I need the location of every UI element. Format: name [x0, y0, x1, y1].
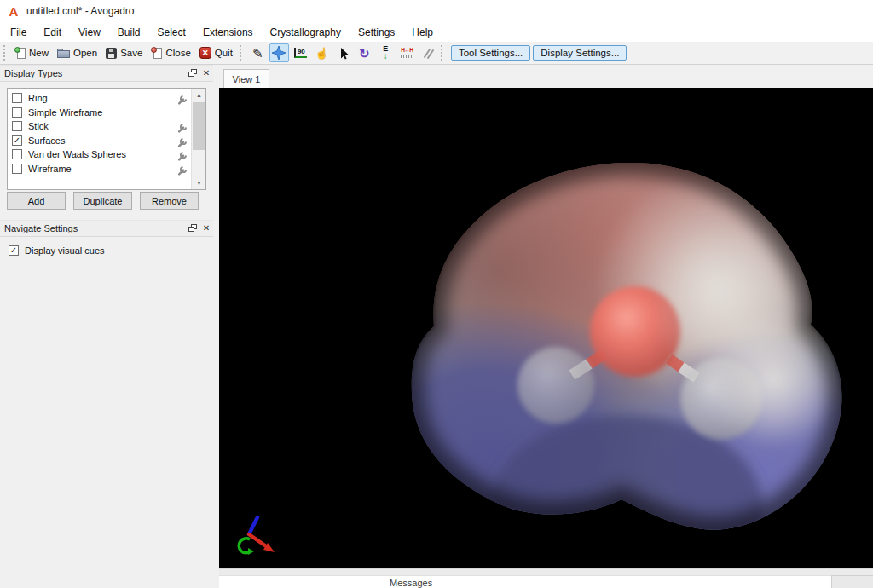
toolbar-grip[interactable] — [240, 45, 244, 61]
rotate-icon: ↻ — [359, 47, 370, 60]
display-visual-cues-row[interactable]: ✓ Display visual cues — [9, 245, 105, 256]
simple-wireframe-checkbox[interactable] — [12, 107, 22, 118]
hydrogen-atom-left — [517, 347, 594, 424]
main-area: View 1 — [219, 65, 873, 588]
navigate-settings-title: Navigate Settings — [4, 223, 78, 233]
wireframe-checkbox[interactable] — [12, 164, 22, 174]
scroll-down-icon[interactable]: ▼ — [192, 176, 206, 189]
menu-edit[interactable]: Edit — [35, 24, 70, 41]
close-button-label: Close — [165, 48, 190, 58]
messages-panel[interactable]: Messages — [219, 575, 831, 588]
display-type-row-wireframe[interactable]: Wireframe — [9, 162, 190, 176]
menu-bar: File Edit View Build Select Extensions C… — [0, 22, 873, 42]
hand-icon: ☝ — [315, 48, 328, 59]
wrench-settings-icon[interactable] — [177, 164, 188, 179]
float-panel-icon[interactable] — [186, 222, 199, 234]
main-toolbar: New Open Save Close ✕ Quit ✎ 90 — [0, 42, 873, 65]
ring-label: Ring — [28, 93, 48, 103]
display-type-row-simple-wireframe[interactable]: Simple Wireframe — [9, 106, 190, 120]
display-type-row-vdw-spheres[interactable]: Van der Waals Spheres — [9, 147, 190, 162]
quit-icon: ✕ — [199, 47, 211, 59]
save-floppy-icon — [106, 48, 117, 59]
menu-view[interactable]: View — [70, 24, 109, 41]
view-1-tab[interactable]: View 1 — [223, 69, 269, 88]
display-types-buttons: Add Duplicate Remove — [7, 192, 206, 210]
open-button[interactable]: Open — [54, 46, 102, 61]
left-dock: Display Types ✕ Ring Simple Wireframe — [0, 65, 213, 588]
title-bar: A untitled.cml* - Avogadro — [0, 0, 873, 22]
avogadro-app-icon: A — [7, 4, 20, 18]
close-document-icon — [151, 47, 162, 60]
navigate-star-icon — [272, 46, 286, 60]
display-visual-cues-checkbox[interactable]: ✓ — [9, 245, 19, 256]
wireframe-label: Wireframe — [28, 164, 72, 174]
3d-viewport[interactable] — [219, 88, 873, 568]
stick-label: Stick — [28, 121, 49, 131]
float-panel-icon[interactable] — [186, 67, 199, 79]
close-button[interactable]: Close — [147, 45, 195, 61]
menu-crystallography[interactable]: Crystallography — [262, 24, 350, 41]
menu-extensions[interactable]: Extensions — [194, 24, 262, 41]
menu-build[interactable]: Build — [109, 24, 149, 41]
menu-help[interactable]: Help — [403, 24, 442, 41]
surfaces-label: Surfaces — [28, 135, 65, 146]
save-button[interactable]: Save — [102, 46, 147, 61]
quit-button-label: Quit — [215, 48, 233, 58]
quit-button[interactable]: ✕ Quit — [196, 45, 238, 61]
pencil-icon: ✎ — [252, 47, 263, 60]
align-tool-button[interactable] — [419, 43, 438, 62]
vdw-spheres-checkbox[interactable] — [12, 149, 22, 159]
measure-icon: H↔H — [401, 48, 413, 58]
molecule-scene — [219, 88, 873, 568]
align-icon — [422, 47, 435, 60]
tool-settings-button[interactable]: Tool Settings... — [451, 45, 530, 61]
scrollbar-thumb[interactable] — [193, 102, 205, 150]
add-button[interactable]: Add — [7, 192, 66, 210]
toolbar-grip[interactable] — [3, 45, 8, 61]
avogadro-window: A untitled.cml* - Avogadro File Edit Vie… — [0, 0, 873, 588]
display-type-row-ring[interactable]: Ring — [9, 91, 190, 106]
toolbar-grip[interactable] — [441, 45, 445, 61]
display-type-row-stick[interactable]: Stick — [9, 119, 190, 134]
duplicate-button[interactable]: Duplicate — [73, 192, 132, 210]
stick-checkbox[interactable] — [12, 121, 22, 131]
new-document-icon — [14, 47, 26, 60]
display-settings-button[interactable]: Display Settings... — [533, 45, 627, 61]
new-button-label: New — [29, 48, 49, 58]
auto-rotate-tool-button[interactable]: ↻ — [355, 43, 374, 62]
surfaces-checkbox[interactable]: ✓ — [12, 135, 22, 146]
close-panel-icon[interactable]: ✕ — [199, 67, 213, 79]
draw-tool-button[interactable]: ✎ — [248, 43, 268, 62]
simple-wireframe-label: Simple Wireframe — [28, 107, 102, 118]
cursor-arrow-icon — [337, 47, 350, 60]
selection-tool-button[interactable] — [333, 43, 353, 62]
manipulate-tool-button[interactable]: ☝ — [312, 43, 332, 62]
vdw-spheres-label: Van der Waals Spheres — [28, 149, 126, 159]
navigate-settings-panel-header: Navigate Settings ✕ — [0, 220, 213, 237]
menu-file[interactable]: File — [2, 24, 35, 41]
optimize-icon: E ↓ — [383, 45, 388, 61]
messages-label: Messages — [390, 578, 432, 588]
navigate-tool-button[interactable] — [269, 43, 289, 62]
close-panel-icon[interactable]: ✕ — [199, 222, 213, 234]
bond-centric-tool-button[interactable]: 90 — [291, 43, 310, 62]
save-button-label: Save — [120, 48, 142, 58]
display-types-list: Ring Simple Wireframe Stick — [7, 88, 206, 190]
bottom-right-panel — [831, 575, 873, 588]
open-button-label: Open — [73, 48, 97, 58]
window-title: untitled.cml* - Avogadro — [26, 5, 135, 17]
measure-tool-button[interactable]: H↔H — [397, 43, 417, 62]
ring-checkbox[interactable] — [12, 93, 22, 103]
angle-90-icon: 90 — [294, 48, 307, 58]
view-tab-bar: View 1 — [219, 65, 873, 88]
remove-button[interactable]: Remove — [140, 192, 199, 210]
menu-select[interactable]: Select — [149, 24, 194, 41]
menu-settings[interactable]: Settings — [350, 24, 403, 41]
open-folder-icon — [57, 48, 70, 59]
auto-optimize-tool-button[interactable]: E ↓ — [376, 43, 396, 62]
new-button[interactable]: New — [11, 45, 54, 61]
display-type-row-surfaces[interactable]: ✓ Surfaces — [9, 134, 190, 148]
scroll-up-icon[interactable]: ▲ — [192, 89, 206, 101]
display-types-scrollbar[interactable]: ▲ ▼ — [191, 89, 205, 189]
display-types-panel-header: Display Types ✕ — [0, 65, 213, 82]
